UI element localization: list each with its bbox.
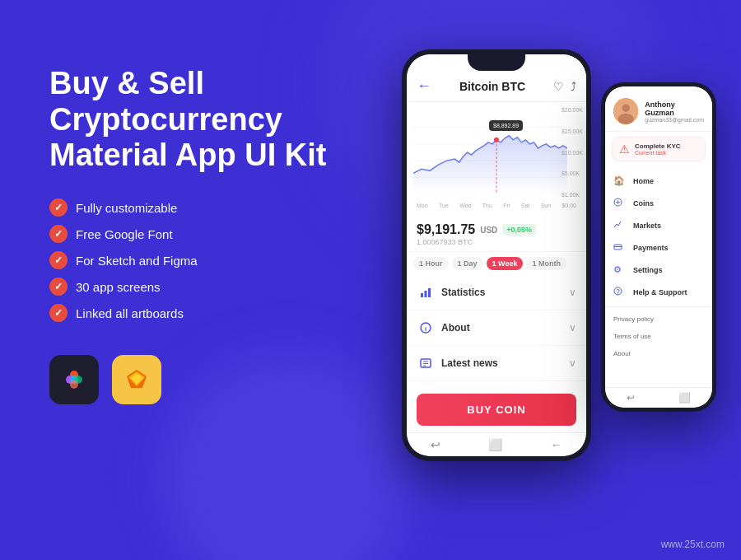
sidebar-item-payments[interactable]: Payments — [605, 236, 712, 259]
figma-icon — [49, 355, 99, 404]
help-icon — [613, 287, 627, 297]
watermark: www.25xt.com — [661, 539, 725, 550]
price-change: +0,05% — [502, 224, 536, 236]
svg-point-25 — [618, 114, 634, 124]
sidebar-item-coins[interactable]: Coins — [605, 192, 712, 214]
check-icon — [49, 225, 68, 243]
feature-item: Free Google Font — [49, 225, 362, 243]
settings-icon: ⚙ — [613, 264, 627, 275]
back-button[interactable]: ← — [417, 77, 431, 95]
secondary-nav-home[interactable]: ⬜ — [678, 392, 691, 404]
sidebar-item-markets[interactable]: Markets — [605, 214, 712, 236]
phone-screen: ← Bitcoin BTC ♡ ⤴ $20.00K $15.00K $10.00… — [407, 54, 586, 456]
about-chevron: ∨ — [569, 322, 576, 334]
check-icon — [49, 198, 68, 217]
nav-back-icon[interactable]: ↩ — [431, 438, 440, 451]
statistics-label: Statistics — [441, 287, 485, 298]
time-1hour[interactable]: 1 Hour — [413, 257, 449, 270]
sidebar-divider — [605, 306, 712, 307]
price-currency: USD — [480, 226, 497, 235]
kyc-title: Complete KYC — [635, 142, 681, 150]
kyc-subtitle: Current task — [635, 150, 681, 156]
sidebar-item-home[interactable]: 🏠 Home — [605, 170, 712, 192]
check-icon — [49, 278, 68, 296]
feature-item: 30 app screens — [49, 278, 362, 296]
statistics-icon — [417, 283, 435, 301]
about-label: About — [441, 322, 470, 334]
user-avatar — [613, 98, 638, 124]
feature-item: For Sketch and Figma — [49, 251, 362, 269]
nav-recents-icon[interactable]: ← — [551, 438, 562, 451]
phones-container: ← Bitcoin BTC ♡ ⤴ $20.00K $15.00K $10.00… — [402, 49, 716, 461]
share-icon[interactable]: ⤴ — [571, 80, 576, 93]
price-value: $9,191.75 — [417, 222, 475, 237]
time-1week[interactable]: 1 Week — [487, 257, 524, 270]
sidebar-about[interactable]: About — [605, 345, 712, 362]
sidebar-privacy-policy[interactable]: Privacy policy — [605, 310, 712, 328]
check-icon — [49, 251, 68, 269]
chart-area: $20.00K $15.00K $10.00K $5.00K $1.00K — [407, 102, 586, 217]
feature-item: Fully customizable — [49, 198, 362, 217]
user-name: Anthony Guzman — [645, 100, 704, 117]
payments-label: Payments — [633, 244, 669, 252]
svg-rect-15 — [425, 291, 427, 297]
coins-label: Coins — [633, 199, 654, 208]
about-section[interactable]: i About ∨ — [407, 310, 586, 346]
secondary-nav-back[interactable]: ↩ — [627, 392, 635, 404]
svg-point-29 — [618, 294, 618, 295]
latest-news-label: Latest news — [441, 357, 498, 369]
left-panel: Buy & SellCryptocurrencyMaterial App UI … — [49, 66, 362, 404]
phone-notch — [468, 54, 525, 71]
about-icon: i — [417, 319, 435, 337]
help-label: Help & Support — [633, 288, 687, 296]
svg-point-4 — [70, 380, 78, 389]
svg-point-24 — [622, 104, 629, 111]
coin-title: Bitcoin BTC — [459, 80, 525, 93]
chart-tooltip: $8,892.89 — [489, 120, 523, 131]
nav-home-icon[interactable]: ⬜ — [488, 438, 502, 451]
main-title: Buy & SellCryptocurrencyMaterial App UI … — [49, 66, 362, 174]
statistics-chevron: ∨ — [569, 287, 576, 298]
coins-icon — [613, 198, 627, 208]
home-label: Home — [633, 177, 654, 185]
chart-y-labels: $20.00K $15.00K $10.00K $5.00K $1.00K — [562, 107, 583, 198]
time-1day[interactable]: 1 Day — [452, 257, 483, 270]
user-header: Anthony Guzman guzman33@gmail.com — [605, 86, 712, 132]
chart-x-labels: Mon Tue Wed Thu Fri Sat Sun $0.00 — [413, 203, 580, 208]
latest-news-section[interactable]: Latest news ∨ — [407, 346, 586, 381]
secondary-bottom-nav: ↩ ⬜ — [605, 387, 712, 408]
sketch-icon — [112, 355, 161, 404]
user-info: Anthony Guzman guzman33@gmail.com — [645, 100, 704, 123]
heart-icon[interactable]: ♡ — [553, 80, 564, 93]
check-icon — [49, 304, 68, 322]
payments-icon — [613, 242, 627, 253]
header-icons: ♡ ⤴ — [553, 80, 576, 93]
sidebar-item-help[interactable]: Help & Support — [605, 281, 712, 303]
svg-rect-16 — [428, 288, 431, 297]
tool-icons — [49, 355, 362, 404]
secondary-phone: Anthony Guzman guzman33@gmail.com ⚠ Comp… — [601, 82, 716, 412]
news-icon — [417, 354, 435, 372]
main-phone: ← Bitcoin BTC ♡ ⤴ $20.00K $15.00K $10.00… — [402, 49, 591, 461]
time-1month[interactable]: 1 Month — [526, 257, 566, 270]
feature-item: Linked all artboards — [49, 304, 362, 322]
buy-button-container: BUY COIN — [407, 387, 586, 432]
price-row: $9,191.75 USD +0,05% — [417, 222, 576, 237]
price-section: $9,191.75 USD +0,05% 1.00067933 BTC — [407, 217, 586, 252]
home-icon: 🏠 — [613, 175, 627, 186]
features-list: Fully customizable Free Google Font For … — [49, 198, 362, 322]
price-btc: 1.00067933 BTC — [417, 238, 576, 246]
markets-icon — [613, 220, 627, 231]
buy-coin-button[interactable]: BUY COIN — [417, 394, 576, 426]
sidebar-terms-of-use[interactable]: Terms of use — [605, 328, 712, 345]
secondary-screen: Anthony Guzman guzman33@gmail.com ⚠ Comp… — [605, 86, 712, 408]
kyc-alert[interactable]: ⚠ Complete KYC Current task — [612, 137, 706, 161]
user-email: guzman33@gmail.com — [645, 117, 704, 123]
sidebar-item-settings[interactable]: ⚙ Settings — [605, 259, 712, 281]
svg-text:i: i — [425, 325, 426, 333]
statistics-section[interactable]: Statistics ∨ — [407, 275, 586, 310]
news-chevron: ∨ — [569, 357, 576, 369]
settings-label: Settings — [633, 266, 663, 274]
svg-rect-14 — [421, 293, 423, 297]
phone-bottom-bar: ↩ ⬜ ← — [407, 432, 586, 456]
